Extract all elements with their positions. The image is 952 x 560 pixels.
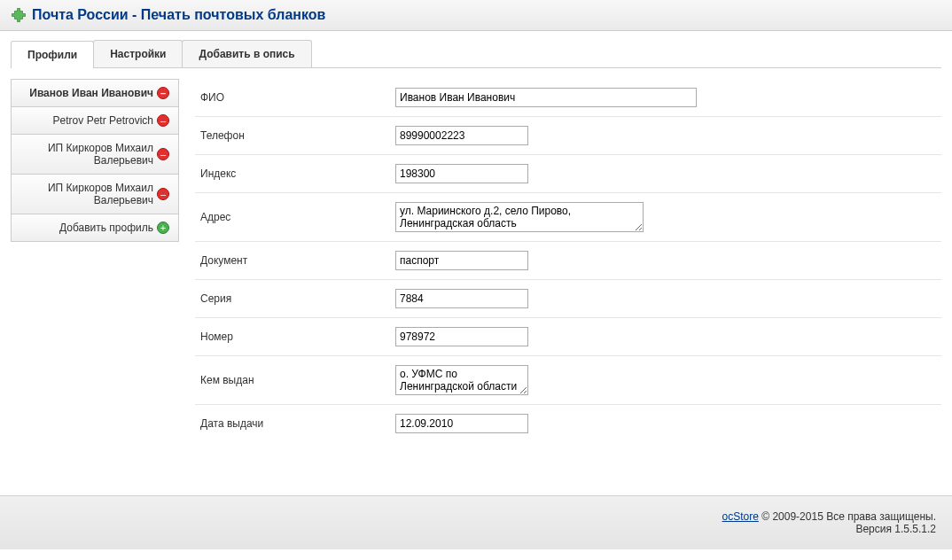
delete-icon[interactable]: – <box>157 114 169 127</box>
input-issue-date[interactable] <box>395 414 528 433</box>
profiles-sidebar: Иванов Иван Иванович – Petrov Petr Petro… <box>11 79 179 242</box>
label-index: Индекс <box>200 167 395 180</box>
row-index: Индекс <box>195 155 941 193</box>
page-header: Почта России - Печать почтовых бланков <box>0 0 952 31</box>
input-phone[interactable] <box>395 126 528 145</box>
label-issued-by: Кем выдан <box>200 374 395 386</box>
layout: Иванов Иван Иванович – Petrov Petr Petro… <box>11 79 941 442</box>
label-address: Адрес <box>200 211 395 223</box>
input-address[interactable] <box>395 202 644 232</box>
label-phone: Телефон <box>200 129 395 142</box>
tab-add-to-list[interactable]: Добавить в опись <box>182 40 311 67</box>
input-number[interactable] <box>395 327 528 346</box>
label-document: Документ <box>200 254 395 267</box>
page-title: Почта России - Печать почтовых бланков <box>32 7 325 23</box>
sidebar-add-profile[interactable]: Добавить профиль + <box>11 214 179 242</box>
tabs: Профили Настройки Добавить в опись <box>11 40 941 68</box>
content: Профили Настройки Добавить в опись Ивано… <box>0 31 952 469</box>
sidebar-item-profile[interactable]: ИП Киркоров Михаил Валерьевич – <box>11 134 179 175</box>
label-number: Номер <box>200 331 395 343</box>
footer-version: Версия 1.5.5.1.2 <box>16 523 936 535</box>
sidebar-item-label: Иванов Иван Иванович <box>20 87 153 99</box>
delete-icon[interactable]: – <box>157 87 169 99</box>
sidebar-add-label: Добавить профиль <box>20 222 153 234</box>
label-fio: ФИО <box>200 91 395 104</box>
footer: ocStore © 2009-2015 Все права защищены. … <box>0 495 952 549</box>
delete-icon[interactable]: – <box>157 148 169 160</box>
row-issue-date: Дата выдачи <box>195 405 941 442</box>
sidebar-item-profile[interactable]: Petrov Petr Petrovich – <box>11 106 179 135</box>
label-series: Серия <box>200 292 395 305</box>
input-issued-by[interactable] <box>395 365 528 395</box>
row-document: Документ <box>195 242 941 280</box>
footer-copyright: © 2009-2015 Все права защищены. <box>759 510 936 523</box>
delete-icon[interactable]: – <box>157 188 169 200</box>
plugin-icon <box>11 7 27 23</box>
sidebar-item-profile[interactable]: Иванов Иван Иванович – <box>11 79 179 107</box>
sidebar-item-label: Petrov Petr Petrovich <box>20 114 153 127</box>
row-series: Серия <box>195 280 941 318</box>
sidebar-item-label: ИП Киркоров Михаил Валерьевич <box>20 142 153 167</box>
tab-profiles[interactable]: Профили <box>11 41 94 68</box>
input-document[interactable] <box>395 251 528 270</box>
sidebar-item-label: ИП Киркоров Михаил Валерьевич <box>20 182 153 206</box>
row-issued-by: Кем выдан <box>195 356 941 405</box>
row-number: Номер <box>195 318 941 356</box>
footer-link[interactable]: ocStore <box>722 510 759 523</box>
tab-settings[interactable]: Настройки <box>93 40 183 67</box>
row-address: Адрес <box>195 193 941 242</box>
row-phone: Телефон <box>195 117 941 155</box>
row-fio: ФИО <box>195 79 941 117</box>
add-icon[interactable]: + <box>157 222 169 234</box>
label-issue-date: Дата выдачи <box>200 417 395 430</box>
sidebar-item-profile[interactable]: ИП Киркоров Михаил Валерьевич – <box>11 174 179 214</box>
input-fio[interactable] <box>395 88 697 107</box>
profile-form: ФИО Телефон Индекс Адрес Документ Серия <box>195 79 941 442</box>
input-index[interactable] <box>395 164 528 183</box>
input-series[interactable] <box>395 289 528 308</box>
